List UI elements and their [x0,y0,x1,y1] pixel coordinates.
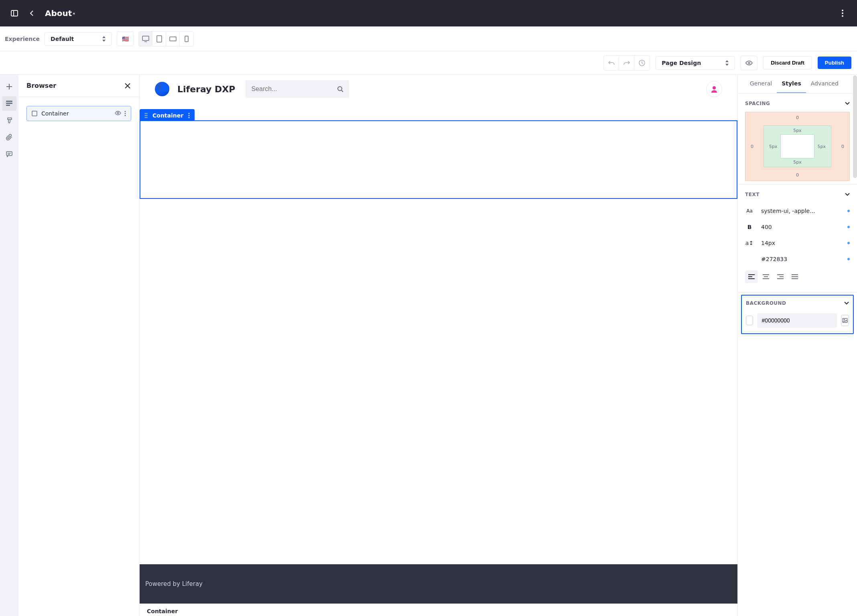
discard-draft-button[interactable]: Discard Draft [763,56,812,69]
box-model[interactable]: 0 0 0 0 5px 5px 5px 5px [745,112,850,181]
svg-rect-49 [777,274,784,275]
close-icon[interactable] [124,82,131,89]
page-design-select[interactable]: Page Design [656,56,735,70]
rpanel-tabs: General Styles Advanced [738,75,857,93]
item-more-icon[interactable] [124,111,126,116]
visibility-icon[interactable] [115,111,121,116]
chevron-down-icon[interactable] [844,302,849,305]
add-icon[interactable] [2,79,16,94]
history-button[interactable] [634,56,650,70]
svg-marker-6 [102,40,106,42]
tab-styles[interactable]: Styles [777,75,806,93]
mobile-device-button[interactable] [180,32,193,46]
comments-icon[interactable] [2,147,16,161]
preview-button[interactable] [741,56,757,70]
svg-rect-48 [763,278,769,279]
font-weight-row[interactable]: B 400 [745,219,850,235]
svg-point-35 [146,113,147,114]
landscape-device-button[interactable] [166,32,180,46]
page-title: About [45,8,72,18]
svg-point-3 [842,12,843,14]
svg-point-39 [146,117,147,118]
svg-marker-14 [725,64,729,66]
svg-rect-43 [748,274,755,275]
tab-general[interactable]: General [745,75,777,93]
align-right-button[interactable] [774,270,787,283]
browser-icon[interactable] [2,96,16,111]
svg-point-40 [189,113,190,114]
padding-bottom: 5px [793,160,802,165]
text-color-row[interactable]: #272833 [745,251,850,267]
paint-icon[interactable] [2,113,16,128]
more-menu-icon[interactable] [838,8,847,18]
svg-rect-18 [6,101,12,102]
align-left-button[interactable] [745,270,758,283]
back-icon[interactable] [27,8,37,18]
svg-marker-13 [725,60,729,62]
topbar-left: About * [10,8,75,18]
svg-point-31 [338,87,342,91]
font-family-value: system-ui, -apple... [761,208,840,214]
brand: Liferay DXP [155,82,235,96]
container-more-icon[interactable] [188,113,190,118]
tab-advanced[interactable]: Advanced [806,75,843,93]
browser-title: Browser [26,82,56,89]
chevron-down-icon[interactable] [845,193,850,196]
experience-value: Default [51,36,74,42]
experience-select[interactable]: Default [45,32,112,46]
publish-button[interactable]: Publish [818,57,851,69]
browser-tree: Container [18,97,139,130]
align-center-button[interactable] [760,270,772,283]
svg-rect-7 [142,36,149,41]
attachment-icon[interactable] [2,130,16,144]
action-bar: Page Design Discard Draft Publish [0,51,857,75]
svg-rect-53 [792,276,798,277]
svg-rect-44 [748,276,752,277]
tree-item-container[interactable]: Container [26,106,131,121]
tablet-device-button[interactable] [152,32,166,46]
svg-rect-0 [11,10,18,16]
desktop-device-button[interactable] [139,32,152,46]
svg-point-56 [844,319,845,320]
drag-handle-icon[interactable] [144,113,148,118]
redo-button[interactable] [619,56,634,70]
container-bottom-label: Container [147,608,178,614]
bg-color-swatch[interactable] [746,316,753,325]
font-size-row[interactable]: a↕ 14px [745,235,850,251]
brand-name: Liferay DXP [177,84,235,94]
bg-image-button[interactable] [841,315,849,326]
svg-point-42 [189,117,190,118]
margin-left: 0 [751,144,753,149]
tree-item-label: Container [41,110,111,117]
bg-color-input[interactable] [757,313,837,328]
avatar[interactable] [706,81,722,97]
svg-point-34 [145,113,146,114]
left-rail [0,75,18,616]
language-button[interactable]: 🇺🇸 [117,32,134,46]
svg-rect-26 [32,111,37,116]
page-title-wrap: About * [45,8,75,18]
undo-button[interactable] [604,56,619,70]
svg-point-37 [146,115,147,116]
container-element[interactable] [140,120,737,199]
chevron-down-icon[interactable] [845,102,850,105]
svg-point-4 [842,15,843,17]
align-justify-button[interactable] [788,270,801,283]
us-flag-icon: 🇺🇸 [122,36,129,42]
font-family-row[interactable]: Aa system-ui, -apple... [745,203,850,219]
text-section: TEXT Aa system-ui, -apple... B 400 a↕ 14… [738,184,857,292]
svg-point-2 [842,10,843,11]
svg-point-15 [748,62,750,64]
svg-marker-5 [102,36,106,38]
search-box[interactable] [246,80,349,98]
browser-header: Browser [18,75,139,97]
svg-rect-52 [792,274,798,275]
svg-point-30 [125,115,126,116]
font-icon: Aa [745,208,754,214]
margin-right: 0 [841,144,844,149]
scrollbar-thumb[interactable] [853,75,857,178]
font-size-icon: a↕ [745,240,754,246]
search-input[interactable] [251,85,337,93]
bold-icon: B [745,224,754,230]
sidebar-toggle-icon[interactable] [10,8,19,18]
